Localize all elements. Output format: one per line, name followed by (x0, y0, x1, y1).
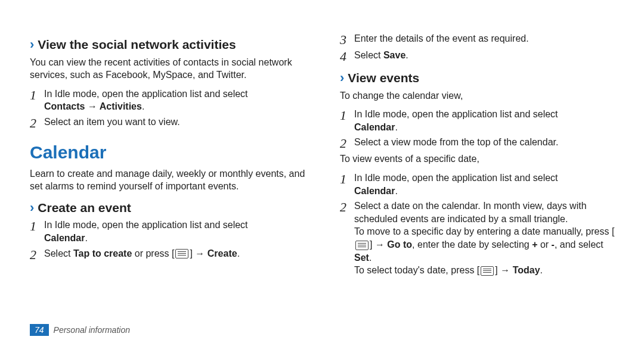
page-body: ›View the social network activities You … (0, 0, 644, 322)
subhead-text: View events (348, 71, 419, 85)
step-text: Select a date on the calendar. In month … (354, 200, 620, 277)
step-text: Select Save. (354, 49, 620, 62)
page-number: 74 (30, 324, 49, 336)
subhead-text: Create an event (38, 201, 131, 214)
step-text: Select a view mode from the top of the c… (354, 136, 620, 149)
left-column: ›View the social network activities You … (30, 30, 310, 310)
step-number: 2 (340, 136, 354, 150)
step-social-2: 2 Select an item you want to view. (30, 116, 310, 130)
subhead-text: View the social network activities (38, 38, 236, 51)
subhead-create-event: ›Create an event (30, 199, 310, 217)
step-number: 2 (340, 200, 354, 214)
step-date-2: 2 Select a date on the calendar. In mont… (340, 200, 620, 277)
menu-icon (355, 241, 369, 250)
step-number: 1 (340, 172, 354, 186)
para-change-view: To change the calendar view, (340, 89, 620, 102)
step-number: 1 (340, 108, 354, 122)
subhead-view-social: ›View the social network activities (30, 36, 310, 54)
para-social-intro: You can view the recent activities of co… (30, 56, 310, 82)
step-create-1: 1 In Idle mode, open the application lis… (30, 219, 310, 244)
para-specific-date: To view events of a specific date, (340, 152, 620, 166)
chevron-icon: › (30, 200, 34, 215)
chevron-icon: › (30, 37, 34, 52)
menu-icon (481, 266, 494, 276)
section-title-calendar: Calendar (30, 141, 310, 165)
step-number: 2 (30, 247, 44, 261)
chevron-icon: › (340, 70, 344, 85)
step-number: 1 (30, 219, 44, 233)
step-number: 4 (340, 49, 354, 63)
step-number: 3 (340, 32, 354, 46)
para-calendar-intro: Learn to create and manage daily, weekly… (30, 167, 310, 193)
page-footer: 74 Personal information (0, 322, 644, 336)
menu-icon (175, 249, 188, 258)
step-view-1: 1 In Idle mode, open the application lis… (340, 108, 620, 133)
step-text: Select Tap to create or press [] → Creat… (44, 247, 310, 260)
step-create-2: 2 Select Tap to create or press [] → Cre… (30, 247, 310, 261)
step-number: 1 (30, 88, 44, 102)
step-number: 2 (30, 116, 44, 130)
right-column: 3 Enter the details of the event as requ… (340, 30, 620, 310)
step-text: Enter the details of the event as requir… (354, 32, 620, 45)
step-text: In Idle mode, open the application list … (354, 108, 620, 133)
step-view-2: 2 Select a view mode from the top of the… (340, 136, 620, 150)
step-social-1: 1 In Idle mode, open the application lis… (30, 88, 310, 113)
subhead-view-events: ›View events (340, 69, 620, 87)
step-text: In Idle mode, open the application list … (44, 219, 310, 244)
step-create-4: 4 Select Save. (340, 49, 620, 63)
footer-section: Personal information (54, 325, 130, 335)
step-text: In Idle mode, open the application list … (44, 88, 310, 113)
step-create-3: 3 Enter the details of the event as requ… (340, 32, 620, 46)
step-date-1: 1 In Idle mode, open the application lis… (340, 172, 620, 197)
step-text: Select an item you want to view. (44, 116, 310, 129)
step-text: In Idle mode, open the application list … (354, 172, 620, 197)
